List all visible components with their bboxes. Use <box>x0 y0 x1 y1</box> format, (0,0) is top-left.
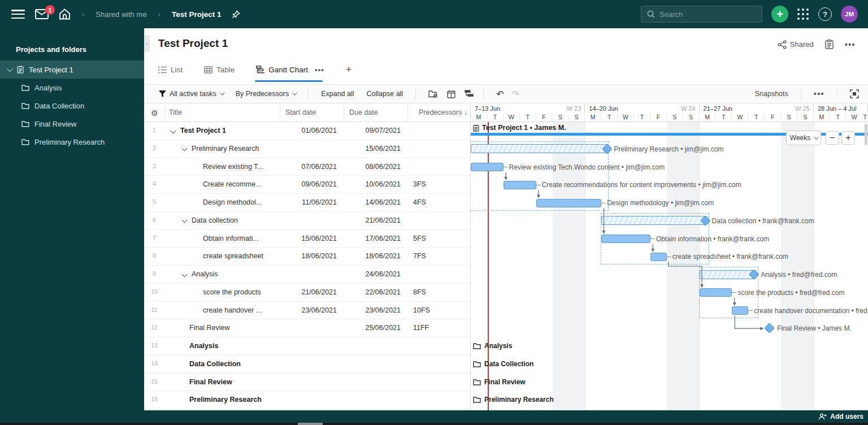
table-row[interactable]: 15Final Review <box>144 374 471 392</box>
fullscreen-icon[interactable] <box>850 89 859 98</box>
start-date-cell[interactable]: 15/06/2021 <box>280 235 337 242</box>
home-button[interactable] <box>59 8 71 20</box>
task-title[interactable]: Data collection <box>164 216 279 224</box>
gantt-task-bar[interactable] <box>650 253 667 261</box>
date-conflict-button[interactable] <box>447 90 455 98</box>
task-title[interactable]: Design methodol... <box>164 198 279 206</box>
expand-all-button[interactable]: Expand all <box>321 90 354 98</box>
gantt-task-bar[interactable] <box>732 306 748 315</box>
table-row[interactable]: 3Review existing T...07/06/202108/06/202… <box>144 158 471 176</box>
due-date-cell[interactable]: 08/06/2021 <box>344 163 401 171</box>
task-title[interactable]: Analysis <box>164 270 279 278</box>
due-date-cell[interactable]: 15/06/2021 <box>344 145 401 153</box>
table-row[interactable]: 9Analysis24/06/2021 <box>144 266 471 284</box>
gantt-summary-bar[interactable] <box>700 270 756 279</box>
column-start-date[interactable]: Start date <box>285 109 316 116</box>
hide-folders-button[interactable] <box>428 90 438 98</box>
tab-options-button[interactable]: ••• <box>315 66 324 74</box>
table-row[interactable]: 6Data collection21/06/2021 <box>144 212 471 230</box>
create-new-button[interactable]: + <box>771 6 788 23</box>
undo-button[interactable]: ↶ <box>496 89 504 99</box>
add-view-button[interactable]: + <box>346 64 352 76</box>
zoom-in-button[interactable]: + <box>841 131 855 145</box>
collapse-chevron-icon[interactable] <box>182 218 188 223</box>
gantt-body[interactable]: Test Project 1 • James M.Preliminary Res… <box>471 122 868 410</box>
hamburger-menu-icon[interactable] <box>11 10 25 19</box>
snapshots-button[interactable]: Snapshots <box>755 90 788 98</box>
due-date-cell[interactable]: 10/06/2021 <box>344 180 401 188</box>
table-row[interactable]: 4Create recomme...09/06/202110/06/20213F… <box>144 176 471 194</box>
table-row[interactable]: 13Analysis <box>144 337 471 355</box>
table-row[interactable]: 5Design methodol...11/06/202114/06/20214… <box>144 194 471 212</box>
table-row[interactable]: 8create spreadsheet18/06/202118/06/20217… <box>144 248 471 266</box>
sidebar-item-data-collection[interactable]: Data Collection <box>0 97 144 115</box>
table-row[interactable]: 14Data Collection <box>144 355 471 374</box>
predecessors-cell[interactable]: 8FS <box>413 288 426 296</box>
help-icon[interactable]: ? <box>818 7 832 21</box>
due-date-cell[interactable]: 23/06/2021 <box>344 306 401 314</box>
start-date-cell[interactable]: 09/06/2021 <box>280 180 337 188</box>
tab-gantt-chart[interactable]: Gantt Chart <box>256 59 308 80</box>
task-title[interactable]: Final Review <box>164 378 279 386</box>
gantt-task-bar[interactable] <box>536 199 602 207</box>
sort-dropdown[interactable]: By Predecessors <box>236 90 296 98</box>
collapse-chevron-icon[interactable] <box>171 128 176 133</box>
gantt-summary-bar[interactable] <box>601 216 706 225</box>
zoom-out-button[interactable]: − <box>826 131 839 145</box>
predecessors-cell[interactable]: 4FS <box>413 198 426 206</box>
table-row[interactable]: 1Test Project 101/06/202109/07/2021 <box>144 122 471 140</box>
sidebar-item-final-review[interactable]: Final Review <box>0 115 144 133</box>
task-title[interactable]: create spreadsheet <box>164 252 279 260</box>
sidebar-item-test-project-1[interactable]: Test Project 1 <box>0 60 144 79</box>
table-row[interactable]: 7Obtain informati...15/06/202117/06/2021… <box>144 230 471 248</box>
task-title[interactable]: Review existing T... <box>164 163 279 171</box>
task-title[interactable]: Data Collection <box>164 360 279 368</box>
breadcrumb-parent[interactable]: Shared with me <box>96 10 146 19</box>
inbox-button[interactable]: 1 <box>35 9 49 19</box>
due-date-cell[interactable]: 17/06/2021 <box>344 235 401 242</box>
sidebar-item-analysis[interactable]: Analysis <box>0 79 144 97</box>
apps-grid-icon[interactable] <box>797 8 809 20</box>
gear-icon[interactable]: ⚙ <box>151 109 158 118</box>
start-date-cell[interactable]: 18/06/2021 <box>280 252 337 260</box>
task-title[interactable]: Final Review <box>164 324 279 332</box>
tab-table[interactable]: Table <box>204 59 235 80</box>
tab-list[interactable]: List <box>158 59 183 80</box>
due-date-cell[interactable]: 24/06/2021 <box>344 270 401 278</box>
filter-dropdown[interactable]: All active tasks <box>159 90 223 98</box>
share-button[interactable]: Shared <box>778 40 814 49</box>
redo-button[interactable]: ↷ <box>512 89 519 99</box>
table-row[interactable]: 10score the products21/06/202122/06/2021… <box>144 284 471 302</box>
predecessors-cell[interactable]: 5FS <box>413 235 426 242</box>
task-title[interactable]: Preliminary Research <box>164 145 279 153</box>
due-date-cell[interactable]: 14/06/2021 <box>344 198 401 206</box>
vertical-scrollbar-thumb[interactable] <box>865 124 867 145</box>
user-avatar[interactable]: JM <box>841 6 858 23</box>
header-overflow-button[interactable]: ••• <box>845 40 856 49</box>
pin-icon[interactable] <box>232 10 240 19</box>
add-users-button[interactable]: Add users <box>818 413 863 420</box>
table-row[interactable]: 16Preliminary Research <box>144 391 471 409</box>
start-date-cell[interactable]: 11/06/2021 <box>280 198 337 206</box>
task-title[interactable]: Create recomme... <box>164 180 279 188</box>
due-date-cell[interactable]: 21/06/2021 <box>344 216 401 224</box>
table-row[interactable]: 2Preliminary Research15/06/2021 <box>144 140 471 158</box>
collapse-chevron-icon[interactable] <box>182 146 188 151</box>
predecessors-cell[interactable]: 11FF <box>413 324 429 332</box>
collapse-all-button[interactable]: Collapse all <box>367 90 403 98</box>
predecessors-cell[interactable]: 3FS <box>413 180 426 188</box>
start-date-cell[interactable]: 21/06/2021 <box>280 288 337 296</box>
gantt-task-bar[interactable] <box>700 288 732 297</box>
collapse-panel-button[interactable]: ‹ <box>144 35 150 52</box>
predecessors-cell[interactable]: 7FS <box>413 252 426 260</box>
due-date-cell[interactable]: 25/06/2021 <box>344 324 401 332</box>
start-date-cell[interactable]: 01/06/2021 <box>280 127 337 135</box>
task-title[interactable]: Test Project 1 <box>164 127 279 135</box>
collapse-chevron-icon[interactable] <box>182 271 188 277</box>
column-predecessors[interactable]: Predecessors ↓ <box>419 109 467 116</box>
predecessors-cell[interactable]: 10FS <box>413 306 430 314</box>
start-date-cell[interactable]: 07/06/2021 <box>280 163 337 171</box>
due-date-cell[interactable]: 09/07/2021 <box>344 127 401 135</box>
clipboard-icon[interactable] <box>825 40 834 49</box>
table-row[interactable]: 12Final Review25/06/202111FF <box>144 319 471 337</box>
